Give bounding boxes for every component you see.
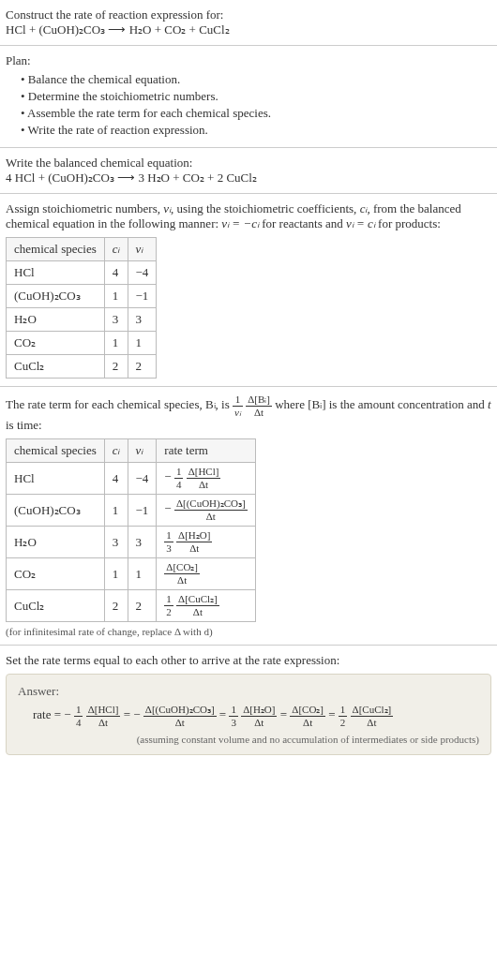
table-row: CO₂ 1 1 Δ[CO₂]Δt xyxy=(7,558,256,590)
cell-species: HCl xyxy=(7,261,105,285)
lead-num: 1 xyxy=(74,705,83,717)
cell-nu: 3 xyxy=(128,527,157,558)
frac-inner-num: Δ[Bᵢ] xyxy=(246,394,272,407)
answer-note: (assuming constant volume and no accumul… xyxy=(18,734,479,745)
rate-main-frac: Δ[(CuOH)₂CO₃]Δt xyxy=(143,705,217,728)
rate-den: Δt xyxy=(143,717,217,728)
frac-inner-den: Δt xyxy=(246,407,272,418)
cell-rate: 12 Δ[CuCl₂]Δt xyxy=(157,590,255,622)
frac-outer-num: 1 xyxy=(233,394,243,407)
lead-num: 1 xyxy=(339,705,348,717)
rateterm-main-expr: 1 νᵢ Δ[Bᵢ] Δt xyxy=(233,397,275,411)
rate-lead-frac: 12 xyxy=(164,594,173,617)
cell-species: (CuOH)₂CO₃ xyxy=(7,495,105,527)
cell-rate: 13 Δ[H₂O]Δt xyxy=(157,527,255,558)
col-rate: rate term xyxy=(157,439,255,463)
rate-den: Δt xyxy=(187,479,221,490)
table-row: HCl 4 −4 xyxy=(7,261,157,285)
assign-text-d: for reactants and xyxy=(259,216,346,230)
plan-item: Balance the chemical equation. xyxy=(21,72,491,87)
table-row: HCl 4 −4 − 14 Δ[HCl]Δt xyxy=(7,463,256,495)
rate-num: Δ[(CuOH)₂CO₃] xyxy=(143,705,217,717)
balanced-equation: 4 HCl + (CuOH)₂CO₃ ⟶ 3 H₂O + CO₂ + 2 CuC… xyxy=(6,171,491,186)
rate-lead-frac: 13 xyxy=(229,705,238,728)
rate-pre: − xyxy=(64,707,70,721)
plan-item: Assemble the rate term for each chemical… xyxy=(21,106,491,121)
rate-main-frac: Δ[CO₂]Δt xyxy=(164,562,200,586)
plan-section: Plan: Balance the chemical equation. Det… xyxy=(0,46,497,148)
table-header-row: chemical species cᵢ νᵢ xyxy=(7,238,157,261)
rate-term: − Δ[(CuOH)₂CO₃]Δt xyxy=(133,707,219,721)
lead-den: 2 xyxy=(339,717,348,728)
cell-rate: Δ[CO₂]Δt xyxy=(157,558,255,590)
rate-lead-frac: 14 xyxy=(174,467,184,490)
lead-den: 4 xyxy=(174,479,184,490)
plan-item: Write the rate of reaction expression. xyxy=(21,123,491,138)
rate-num: Δ[H₂O] xyxy=(241,705,277,717)
lead-num: 1 xyxy=(174,467,184,479)
cell-species: CuCl₂ xyxy=(7,590,105,622)
rate-num: Δ[CuCl₂] xyxy=(176,594,219,606)
prompt-section: Construct the rate of reaction expressio… xyxy=(0,0,497,46)
rate-den: Δt xyxy=(86,717,121,728)
cell-rate: − 14 Δ[HCl]Δt xyxy=(157,463,255,495)
lead-den: 2 xyxy=(164,606,173,617)
rate-expression: rate = − 14 Δ[HCl]Δt = − Δ[(CuOH)₂CO₃]Δt… xyxy=(18,705,479,728)
cell-ci: 1 xyxy=(104,285,128,308)
lead-num: 1 xyxy=(164,594,173,606)
rate-num: Δ[HCl] xyxy=(187,467,221,479)
assign-text-b: , using the stoichiometric coefficients, xyxy=(171,201,360,215)
cell-nu: −4 xyxy=(128,463,157,495)
cell-nu: 2 xyxy=(128,355,157,379)
cell-species: CO₂ xyxy=(7,558,105,590)
cell-nu: 2 xyxy=(128,590,157,622)
col-species: chemical species xyxy=(7,439,105,463)
plan-title: Plan: xyxy=(6,53,491,68)
cell-nu: 1 xyxy=(128,332,157,355)
rate-term: Δ[CO₂]Δt xyxy=(290,707,328,721)
cell-nu: −1 xyxy=(128,495,157,527)
rate-den: Δt xyxy=(176,542,212,554)
rate-num: Δ[H₂O] xyxy=(176,530,212,542)
cell-species: CuCl₂ xyxy=(7,355,105,379)
frac-inner: Δ[Bᵢ] Δt xyxy=(246,394,272,418)
cell-ci: 1 xyxy=(104,495,128,527)
rateterm-footnote: (for infinitesimal rate of change, repla… xyxy=(6,626,491,637)
rate-label: rate = xyxy=(33,707,64,721)
rate-main-frac: Δ[(CuOH)₂CO₃]Δt xyxy=(174,498,248,522)
cell-ci: 3 xyxy=(104,308,128,332)
rate-num: Δ[CuCl₂] xyxy=(351,705,394,717)
lead-den: 3 xyxy=(229,717,238,728)
assign-nu: νᵢ xyxy=(163,201,171,215)
assign-text-e: for products: xyxy=(375,216,441,230)
frac-outer-den: νᵢ xyxy=(233,407,243,418)
cell-ci: 4 xyxy=(104,261,128,285)
cell-ci: 1 xyxy=(104,558,128,590)
cell-ci: 2 xyxy=(104,355,128,379)
assign-text-a: Assign stoichiometric numbers, xyxy=(6,201,163,215)
cell-ci: 4 xyxy=(104,463,128,495)
rate-term: − 14 Δ[HCl]Δt xyxy=(64,707,123,721)
rate-pre: − xyxy=(164,501,171,515)
rate-main-frac: Δ[CO₂]Δt xyxy=(290,705,325,728)
col-nu: νᵢ xyxy=(128,439,157,463)
cell-species: H₂O xyxy=(7,308,105,332)
balanced-title: Write the balanced chemical equation: xyxy=(6,156,491,171)
rate-pre: − xyxy=(164,469,171,483)
cell-species: CO₂ xyxy=(7,332,105,355)
frac-outer: 1 νᵢ xyxy=(233,394,243,418)
table-row: (CuOH)₂CO₃ 1 −1 − Δ[(CuOH)₂CO₃]Δt xyxy=(7,495,256,527)
rate-den: Δt xyxy=(241,717,277,728)
rateterm-text-c: is time: xyxy=(6,418,42,432)
lead-den: 3 xyxy=(164,542,173,554)
cell-nu: −1 xyxy=(128,285,157,308)
rate-num: Δ[(CuOH)₂CO₃] xyxy=(174,498,248,511)
rate-num: Δ[CO₂] xyxy=(290,705,325,717)
rate-main-frac: Δ[CuCl₂]Δt xyxy=(351,705,394,728)
rate-term: 12 Δ[CuCl₂]Δt xyxy=(339,707,393,721)
rateterm-text-b: where [Bᵢ] is the amount concentration a… xyxy=(275,397,488,411)
rate-lead-frac: 12 xyxy=(339,705,348,728)
plan-item: Determine the stoichiometric numbers. xyxy=(21,89,491,104)
cell-nu: −4 xyxy=(128,261,157,285)
assign-text: Assign stoichiometric numbers, νᵢ, using… xyxy=(6,201,491,231)
